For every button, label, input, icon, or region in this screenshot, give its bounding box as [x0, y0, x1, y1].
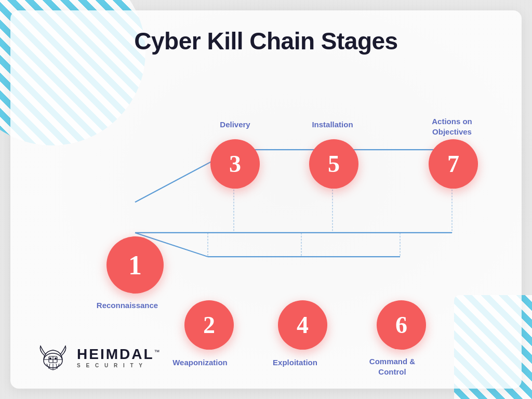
logo-area: HEIMDAL™ S E C U R I T Y	[36, 341, 162, 374]
logo-text: HEIMDAL™ S E C U R I T Y	[77, 347, 162, 368]
node-3: 3	[210, 139, 260, 189]
logo-sub: S E C U R I T Y	[77, 363, 162, 368]
node-6: 6	[377, 300, 426, 350]
label-command-control: Command &Control	[358, 356, 426, 377]
connection-lines	[10, 62, 522, 337]
label-delivery: Delivery	[210, 119, 260, 130]
label-weaponization: Weaponization	[166, 357, 234, 368]
heimdal-logo-icon	[36, 341, 70, 374]
logo-name: HEIMDAL™	[77, 347, 162, 362]
node-7: 7	[429, 139, 478, 189]
main-card: Cyber Kill Chain Stages	[10, 10, 522, 389]
page-container: Cyber Kill Chain Stages	[0, 0, 532, 399]
label-exploitation: Exploitation	[264, 357, 326, 368]
node-4: 4	[278, 300, 327, 350]
label-reconnaissance: Reconnaissance	[94, 300, 161, 311]
node-5: 5	[309, 139, 358, 189]
page-title: Cyber Kill Chain Stages	[10, 10, 522, 55]
diagram-area: 1 Reconnaissance 2 Weaponization 3 Deliv…	[10, 62, 522, 337]
label-actions-objectives: Actions onObjectives	[421, 116, 483, 137]
node-1: 1	[107, 236, 164, 294]
node-2: 2	[184, 300, 234, 350]
label-installation: Installation	[304, 119, 361, 130]
